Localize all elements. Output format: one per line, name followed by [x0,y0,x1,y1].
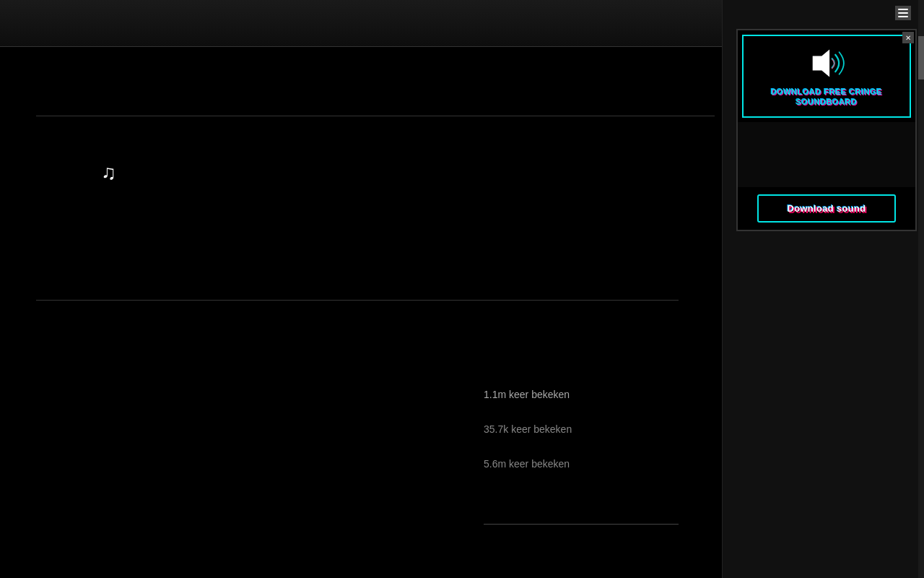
stats-bottom-divider [484,524,679,525]
ad-banner: DOWNLOAD FREE CRINGE SOUNDBOARD [742,35,911,118]
stat-item-3: 5.6m keer bekeken [484,452,572,475]
scrollbar[interactable] [918,0,924,578]
svg-rect-1 [898,9,908,10]
svg-rect-3 [898,16,908,17]
ad-title: DOWNLOAD FREE CRINGE SOUNDBOARD [771,87,882,108]
svg-marker-4 [812,49,829,77]
ad-popup: ✕ DOWNLOAD FREE CRINGE SOUNDBOA [736,29,917,231]
stat-item-2: 35.7k keer bekeken [484,418,572,441]
mid-divider [36,300,679,301]
sidebar-strip: ✕ DOWNLOAD FREE CRINGE SOUNDBOA [722,0,924,578]
speaker-icon [805,45,848,81]
top-bar [0,0,722,47]
stats-section: 1.1m keer bekeken 35.7k keer bekeken 5.6… [484,383,572,475]
ad-middle-section [738,122,915,187]
stat-item-1: 1.1m keer bekeken [484,383,572,406]
download-sound-button[interactable]: Download sound [757,194,896,223]
scrollbar-thumb[interactable] [918,36,924,79]
music-note-icon: ♫ [101,159,127,191]
main-content: ♫ 1.1m keer bekeken 35.7k keer bekeken 5… [0,0,722,578]
nav-divider [36,116,715,116]
svg-text:♫: ♫ [101,161,116,184]
download-section: Download sound [738,187,915,230]
svg-rect-2 [898,12,908,14]
popup-close-button[interactable]: ✕ [902,32,914,43]
top-right-icon [895,6,911,20]
